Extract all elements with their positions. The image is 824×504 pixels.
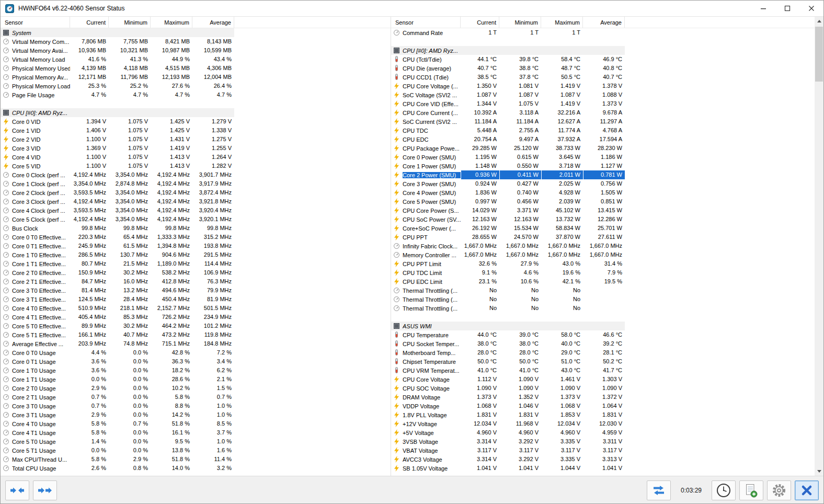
sensor-row[interactable]: Memory Controller ...1,667.0 MHz1,667.0 … — [391, 250, 625, 259]
sensor-row[interactable]: Core 5 T0 Usage1.4 %0.0 %9.5 %1.0 % — [1, 437, 234, 446]
sensor-row[interactable]: Core 5 Power (SMU)0.997 W0.456 W2.039 W0… — [391, 197, 625, 206]
sensor-row[interactable]: CPU SoC Power (SV...12.163 W12.163 W13.7… — [391, 215, 625, 224]
sensor-row[interactable]: VBAT Voltage3.117 V3.117 V3.117 V3.117 V — [391, 446, 625, 455]
sensor-row[interactable]: Core 1 T0 Effective...286.5 MHz130.7 MHz… — [1, 250, 234, 259]
sensor-row[interactable]: Infinity Fabric Clock...1,667.0 MHz1,667… — [391, 242, 625, 250]
sensor-row[interactable]: +12V Voltage12.034 V11.968 V12.034 V12.0… — [391, 419, 625, 428]
column-header-average[interactable]: Average — [192, 17, 234, 28]
sensor-row[interactable]: AVCC3 Voltage3.314 V3.292 V3.335 V3.313 … — [391, 455, 625, 464]
sensor-row[interactable]: Motherboard Temp...28.0 °C28.0 °C29.0 °C… — [391, 348, 625, 357]
sensor-row[interactable]: Core 5 T1 Effective...166.1 MHz40.7 MHz4… — [1, 330, 234, 339]
sensor-row[interactable]: Core 1 T1 Effective...80.7 MHz21.5 MHz1,… — [1, 259, 234, 268]
sensor-row[interactable]: Total CPU Usage2.6 %0.8 %14.0 %3.2 % — [1, 464, 234, 473]
sensor-row[interactable]: Thermal Throttling (...NoNoNo — [391, 295, 625, 304]
sensor-row[interactable]: Thermal Throttling (...NoNoNo — [391, 286, 625, 295]
sensor-row[interactable]: Bus Clock99.8 MHz99.8 MHz99.8 MHz99.8 MH… — [1, 224, 234, 233]
sensor-row[interactable]: CPU (Tctl/Tdie)44.1 °C39.8 °C58.4 °C46.9… — [391, 55, 625, 64]
settings-button[interactable] — [767, 480, 791, 500]
sensor-row[interactable]: DRAM Voltage1.373 V1.352 V1.373 V1.372 V — [391, 393, 625, 402]
column-header-maximum[interactable]: Maximum — [541, 17, 583, 28]
section-header-row[interactable]: CPU [#0]: AMD Ryz... — [1, 108, 234, 117]
sensor-row[interactable]: Core 0 T1 Usage3.6 %0.0 %36.3 %3.4 % — [1, 357, 234, 366]
sensor-row[interactable]: CPU PPT Limit32.6 %27.9 %43.0 %31.4 % — [391, 259, 625, 268]
section-header-row[interactable]: CPU [#0]: AMD Ryz... — [391, 46, 625, 55]
sensor-row[interactable]: SB 1.05V Voltage1.041 V1.041 V1.044 V1.0… — [391, 464, 625, 473]
sensor-row[interactable]: Max CPU/Thread U...5.8 %2.9 %51.8 %11.4 … — [1, 455, 234, 464]
sensor-row[interactable]: Core 2 T0 Effective...150.9 MHz30.2 MHz5… — [1, 268, 234, 277]
maximize-button[interactable] — [775, 1, 799, 16]
section-header-row[interactable]: ASUS WMI — [391, 322, 625, 330]
column-header-average[interactable]: Average — [583, 17, 625, 28]
vertical-scrollbar[interactable] — [815, 17, 823, 476]
sensor-row[interactable]: Virtual Memory Com...7,806 MB7,755 MB8,4… — [1, 37, 234, 46]
column-header-sensor[interactable]: Sensor — [391, 17, 461, 28]
sensor-row[interactable]: VDDP Voltage1.068 V1.046 V1.068 V1.064 V — [391, 402, 625, 410]
shift-columns-button[interactable] — [33, 480, 57, 500]
column-header-current[interactable]: Current — [70, 17, 109, 28]
scroll-up-button[interactable] — [815, 17, 823, 26]
sensor-row[interactable]: CPU SOC Voltage1.090 V1.090 V1.090 V1.09… — [391, 384, 625, 393]
sensor-row[interactable]: Core 2 T1 Usage0.7 %0.0 %5.8 %0.7 % — [1, 393, 234, 402]
sensor-row[interactable]: Command Rate1 T1 T1 T — [391, 28, 625, 37]
column-header-minimum[interactable]: Minimum — [109, 17, 151, 28]
sensor-row[interactable]: Core 0 T0 Effective...220.3 MHz65.4 MHz1… — [1, 233, 234, 242]
sensor-row[interactable]: Core 2 Power (SMU)0.936 W0.411 W2.011 W0… — [391, 170, 625, 179]
sensor-row[interactable]: CPU TDC5.448 A2.755 A11.774 A4.768 A — [391, 126, 625, 135]
sensor-row[interactable]: Page File Usage4.7 %4.7 %4.7 %4.7 % — [1, 90, 234, 99]
sensor-row[interactable]: CPU CCD1 (Tdie)38.5 °C37.8 °C50.5 °C40.7… — [391, 73, 625, 82]
sensor-row[interactable]: Core 0 Clock (perf ...4,192.4 MHz3,354.0… — [1, 170, 234, 179]
sensor-row[interactable]: Core 3 Power (SMU)0.924 W0.427 W2.025 W0… — [391, 179, 625, 188]
sensor-row[interactable]: CPU Core Power (S...14.029 W3.371 W45.10… — [391, 206, 625, 215]
sensor-row[interactable]: 3VSB Voltage3.314 V3.292 V3.335 V3.311 V — [391, 437, 625, 446]
sensor-row[interactable]: Virtual Memory Avai...10,936 MB10,321 MB… — [1, 46, 234, 55]
sensor-row[interactable]: Core 4 VID1.100 V1.075 V1.413 V1.264 V — [1, 153, 234, 162]
sensor-row[interactable]: Core+SoC Power (...26.192 W15.534 W58.83… — [391, 224, 625, 233]
sensor-row[interactable]: Core 2 T0 Usage2.9 %0.0 %10.2 %1.5 % — [1, 384, 234, 393]
sensor-row[interactable]: Core 0 Power (SMU)1.195 W0.615 W3.645 W1… — [391, 153, 625, 162]
sensor-row[interactable]: Core 2 T1 Effective...84.7 MHz16.0 MHz41… — [1, 277, 234, 286]
add-report-button[interactable] — [739, 480, 763, 500]
sensor-row[interactable]: Core 3 T0 Usage0.7 %0.0 %8.8 %1.0 % — [1, 402, 234, 410]
sensor-row[interactable]: Core 4 Power (SMU)1.836 W0.740 W4.928 W1… — [391, 188, 625, 197]
sensor-row[interactable]: Core 4 T1 Effective...405.4 MHz85.3 MHz7… — [1, 313, 234, 322]
sensor-row[interactable]: Core 1 T1 Usage0.0 %0.0 %28.6 %2.1 % — [1, 375, 234, 384]
sensor-row[interactable]: Physical Memory Used4,139 MB4,118 MB4,51… — [1, 64, 234, 73]
sensor-row[interactable]: Core 1 VID1.406 V1.075 V1.425 V1.338 V — [1, 126, 234, 135]
sensor-row[interactable]: Core 4 T1 Usage5.8 %0.0 %16.1 %3.7 % — [1, 428, 234, 437]
sensor-row[interactable]: Core 4 T0 Usage5.8 %0.7 %51.8 %8.5 % — [1, 419, 234, 428]
sensor-row[interactable]: Core 5 VID1.100 V1.075 V1.413 V1.282 V — [1, 162, 234, 170]
sensor-row[interactable]: Core 3 T1 Usage2.9 %0.0 %14.2 %1.0 % — [1, 410, 234, 419]
sensor-row[interactable]: Core 5 T0 Effective...89.9 MHz30.2 MHz46… — [1, 322, 234, 330]
minimize-button[interactable] — [751, 1, 775, 16]
sensor-row[interactable]: Core 1 T0 Usage3.6 %0.0 %18.2 %6.2 % — [1, 366, 234, 375]
sensor-row[interactable]: CPU EDC Limit23.1 %10.6 %42.1 %19.5 % — [391, 277, 625, 286]
sensor-row[interactable]: CPU TDC Limit9.1 %4.6 %19.6 %7.9 % — [391, 268, 625, 277]
scrollbar-thumb[interactable] — [815, 27, 823, 82]
sensor-row[interactable]: Core 1 Power (SMU)1.148 W0.550 W3.718 W1… — [391, 162, 625, 170]
sensor-row[interactable]: Core 0 T1 Effective...245.9 MHz61.5 MHz1… — [1, 242, 234, 250]
sensor-row[interactable]: Core 2 Clock (perf ...3,593.5 MHz3,354.0… — [1, 188, 234, 197]
close-button[interactable] — [799, 1, 823, 16]
sensor-row[interactable]: Core 4 Clock (perf ...3,593.5 MHz3,354.0… — [1, 206, 234, 215]
sensor-row[interactable]: Core 0 VID1.394 V1.075 V1.425 V1.279 V — [1, 117, 234, 126]
column-header-sensor[interactable]: Sensor — [1, 17, 70, 28]
sensor-row[interactable]: SoC Voltage (SVI2 ...1.087 V1.087 V1.087… — [391, 90, 625, 99]
column-header-maximum[interactable]: Maximum — [151, 17, 192, 28]
sensor-row[interactable]: Core 2 VID1.100 V1.075 V1.431 V1.275 V — [1, 135, 234, 144]
sensor-row[interactable]: Average Effective ...203.9 MHz74.8 MHz71… — [1, 339, 234, 348]
scroll-down-button[interactable] — [815, 467, 823, 476]
expand-columns-button[interactable] — [5, 480, 29, 500]
sensor-row[interactable]: CPU Temperature44.0 °C39.0 °C58.0 °C46.6… — [391, 330, 625, 339]
sensor-row[interactable]: Chipset Temperature50.0 °C50.0 °C51.0 °C… — [391, 357, 625, 366]
sensor-row[interactable]: Core 1 Clock (perf ...3,354.0 MHz2,874.8… — [1, 179, 234, 188]
remote-monitoring-button[interactable] — [647, 480, 671, 500]
section-header-row[interactable]: System — [1, 28, 234, 37]
sensor-row[interactable]: CPU Package Powe...29.285 W25.120 W38.73… — [391, 144, 625, 153]
close-sensors-button[interactable] — [795, 480, 819, 500]
sensor-row[interactable]: Core 4 T0 Effective...510.9 MHz218.1 MHz… — [1, 304, 234, 313]
column-header-minimum[interactable]: Minimum — [499, 17, 541, 28]
sensor-row[interactable]: CPU VRM Temperat...41.0 °C41.0 °C43.0 °C… — [391, 366, 625, 375]
scrollbar-track[interactable] — [815, 26, 823, 467]
sensor-row[interactable]: Physical Memory Av...12,171 MB11,796 MB1… — [1, 73, 234, 82]
sensor-row[interactable]: CPU Core Voltage1.112 V1.090 V1.461 V1.3… — [391, 375, 625, 384]
